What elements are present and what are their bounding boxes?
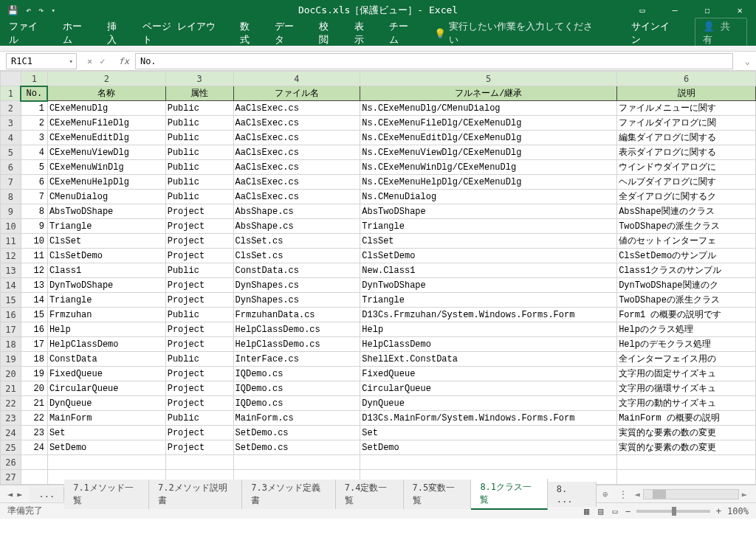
sheet-tab[interactable]: 7.2メソッド説明書: [149, 480, 242, 509]
cell[interactable]: CMenuDialog: [47, 190, 165, 204]
cell[interactable]: CircularQueue: [360, 381, 617, 396]
page-layout-icon[interactable]: ▤: [598, 506, 603, 516]
qat-dropdown-icon[interactable]: ▾: [51, 7, 55, 14]
cell[interactable]: ClsSetDemoのサンプル: [617, 249, 756, 263]
cell[interactable]: 12: [21, 263, 47, 278]
sign-in[interactable]: サインイン: [631, 20, 678, 46]
cell[interactable]: DynShapes.cs: [233, 293, 360, 308]
cell[interactable]: D13Cs.Frmzuhan/System.Windows.Forms.Form: [360, 308, 617, 322]
cell[interactable]: SetDemo.cs: [233, 440, 360, 455]
cell[interactable]: Helpのクラス処理: [617, 322, 756, 337]
cell[interactable]: ClsSet.cs: [233, 249, 360, 263]
cell[interactable]: IQDemo.cs: [233, 367, 360, 381]
cell-no-header[interactable]: No.: [21, 86, 47, 101]
cell[interactable]: 全ダイアログに関するク: [617, 190, 756, 204]
row-header[interactable]: 4: [1, 131, 21, 145]
cell[interactable]: FixedQueue: [360, 367, 617, 381]
row-header[interactable]: 16: [1, 308, 21, 322]
cell[interactable]: Public: [165, 145, 233, 160]
cell[interactable]: 21: [21, 396, 47, 411]
cell[interactable]: MainForm.cs: [233, 411, 360, 426]
cell[interactable]: ファイルメニューに関す: [617, 101, 756, 116]
ribbon-display-icon[interactable]: ▭: [626, 0, 659, 21]
tab-nav-first-icon[interactable]: ◄: [7, 489, 13, 499]
cell[interactable]: 4: [21, 145, 47, 160]
cell[interactable]: 文字用の動的サイズキュ: [617, 396, 756, 411]
cell[interactable]: DynTwoDShape関連のク: [617, 278, 756, 293]
cell[interactable]: 表示ダイアログに関する: [617, 145, 756, 160]
cell[interactable]: AbsTwoDShape: [47, 204, 165, 219]
cell[interactable]: CExeMenuDlg: [47, 101, 165, 116]
cell[interactable]: 9: [21, 219, 47, 234]
row-header[interactable]: 20: [1, 367, 21, 381]
scroll-thumb[interactable]: [653, 490, 666, 499]
cell[interactable]: 7: [21, 190, 47, 204]
cell[interactable]: Ns.CExeMenuEditDlg/CExeMenuDlg: [360, 131, 617, 145]
cell[interactable]: ClsSetDemo: [47, 249, 165, 263]
row-header[interactable]: 6: [1, 160, 21, 175]
cell[interactable]: IQDemo.cs: [233, 396, 360, 411]
row-header[interactable]: 23: [1, 411, 21, 426]
cell[interactable]: Project: [165, 396, 233, 411]
page-break-icon[interactable]: ▭: [612, 506, 617, 516]
tab-insert[interactable]: 挿入: [107, 20, 126, 46]
cell-attr-header[interactable]: 属性: [165, 86, 233, 101]
cell[interactable]: AaClsExec.cs: [233, 116, 360, 131]
cell[interactable]: 実質的な要素の数の変更: [617, 426, 756, 440]
formula-input[interactable]: No.: [135, 53, 733, 69]
cell[interactable]: AbsShape.cs: [233, 204, 360, 219]
row-header[interactable]: 9: [1, 204, 21, 219]
cell[interactable]: 18: [21, 352, 47, 367]
cell[interactable]: TwoDShapeの派生クラス: [617, 293, 756, 308]
cell[interactable]: 8: [21, 204, 47, 219]
row-header[interactable]: 27: [1, 470, 21, 485]
cell[interactable]: Project: [165, 249, 233, 263]
cell[interactable]: AaClsExec.cs: [233, 101, 360, 116]
tab-review[interactable]: 校閲: [319, 20, 338, 46]
cell[interactable]: CExeMenuHelpDlg: [47, 175, 165, 190]
zoom-level[interactable]: 100%: [727, 506, 749, 516]
cell[interactable]: 値のセットインターフェ: [617, 234, 756, 249]
cell[interactable]: Public: [165, 101, 233, 116]
cell[interactable]: 15: [21, 308, 47, 322]
cell[interactable]: Project: [165, 293, 233, 308]
cell[interactable]: Class1クラスのサンプル: [617, 263, 756, 278]
row-header[interactable]: 22: [1, 396, 21, 411]
sheet-tab[interactable]: 7.1メソッド一覧: [64, 480, 149, 509]
cell[interactable]: Set: [360, 426, 617, 440]
cell[interactable]: Ns.CExeMenuViewDlg/CExeMenuDlg: [360, 145, 617, 160]
cell[interactable]: Form1 の概要の説明です: [617, 308, 756, 322]
cell[interactable]: 16: [21, 322, 47, 337]
sheet-tab-active[interactable]: 8.1クラス一覧: [471, 479, 547, 510]
cell[interactable]: Project: [165, 381, 233, 396]
cell[interactable]: Public: [165, 263, 233, 278]
cell[interactable]: AbsShape関連のクラス: [617, 204, 756, 219]
row-header[interactable]: 10: [1, 219, 21, 234]
cell[interactable]: Ns.CExeMenuWinDlg/CExeMenuDlg: [360, 160, 617, 175]
cell[interactable]: Public: [165, 411, 233, 426]
row-header[interactable]: 15: [1, 293, 21, 308]
cell[interactable]: InterFace.cs: [233, 352, 360, 367]
cell[interactable]: 2: [21, 116, 47, 131]
cell[interactable]: 14: [21, 293, 47, 308]
cell[interactable]: Project: [165, 219, 233, 234]
cell[interactable]: ConstData: [47, 352, 165, 367]
sheet-tab[interactable]: 8. ...: [548, 482, 597, 507]
cell[interactable]: AaClsExec.cs: [233, 190, 360, 204]
cell[interactable]: MainForm の概要の説明: [617, 411, 756, 426]
cell[interactable]: 文字用の固定サイズキュ: [617, 367, 756, 381]
cell[interactable]: CExeMenuFileDlg: [47, 116, 165, 131]
horizontal-scrollbar[interactable]: ◄ ►: [632, 489, 756, 499]
name-box[interactable]: R1C1: [6, 53, 77, 69]
cell[interactable]: AaClsExec.cs: [233, 160, 360, 175]
row-header[interactable]: 2: [1, 101, 21, 116]
col-header-3[interactable]: 3: [165, 72, 233, 86]
cell[interactable]: DynQueue: [47, 396, 165, 411]
row-header[interactable]: 12: [1, 249, 21, 263]
cell[interactable]: HelpClassDemo.cs: [233, 322, 360, 337]
cell[interactable]: FrmzuhanData.cs: [233, 308, 360, 322]
enter-icon[interactable]: ✓: [100, 56, 105, 66]
cell[interactable]: ClsSet.cs: [233, 234, 360, 249]
tab-formulas[interactable]: 数式: [240, 20, 259, 46]
cell[interactable]: ClsSetDemo: [360, 249, 617, 263]
